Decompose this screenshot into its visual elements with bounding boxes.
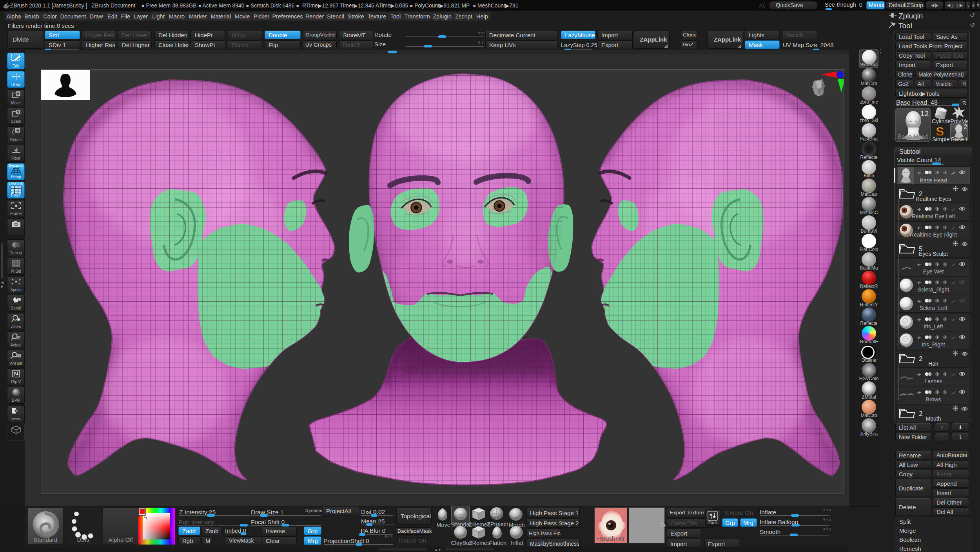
svg-text:M: M xyxy=(16,92,20,96)
svg-text:R: R xyxy=(16,129,19,133)
svg-text:S: S xyxy=(17,110,19,114)
svg-text:Flip V: Flip V xyxy=(708,521,717,524)
svg-text:x1: x1 xyxy=(17,336,20,340)
